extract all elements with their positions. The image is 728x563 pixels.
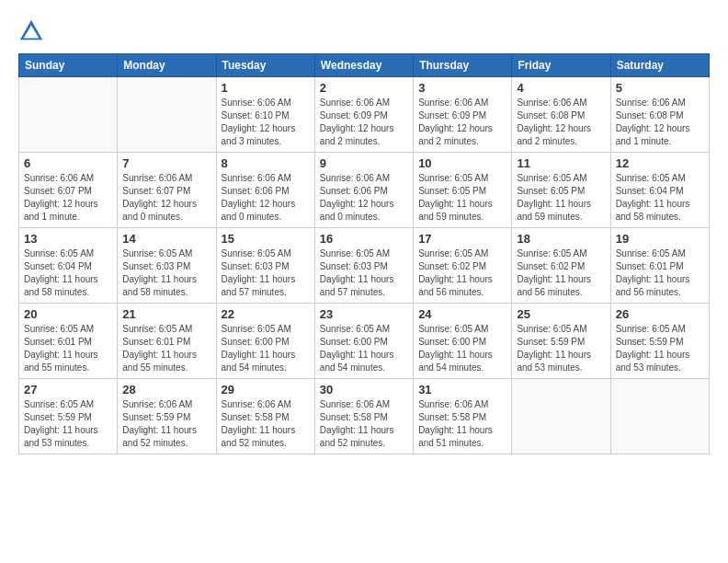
day-info: Sunrise: 6:05 AMSunset: 5:59 PMDaylight:… xyxy=(24,398,112,450)
day-info: Sunrise: 6:06 AMSunset: 6:08 PMDaylight:… xyxy=(517,97,605,148)
calendar-header-monday: Monday xyxy=(118,54,216,77)
day-info: Sunrise: 6:06 AMSunset: 6:09 PMDaylight:… xyxy=(320,97,408,148)
calendar-cell: 1Sunrise: 6:06 AMSunset: 6:10 PMDaylight… xyxy=(216,77,314,153)
calendar-header-tuesday: Tuesday xyxy=(216,54,314,77)
calendar-cell: 23Sunrise: 6:05 AMSunset: 6:00 PMDayligh… xyxy=(314,304,413,379)
calendar-cell: 21Sunrise: 6:05 AMSunset: 6:01 PMDayligh… xyxy=(118,304,216,379)
calendar-cell: 6Sunrise: 6:06 AMSunset: 6:07 PMDaylight… xyxy=(19,153,118,228)
calendar-cell: 5Sunrise: 6:06 AMSunset: 6:08 PMDaylight… xyxy=(610,77,709,153)
day-info: Sunrise: 6:05 AMSunset: 6:01 PMDaylight:… xyxy=(616,247,704,299)
calendar-cell: 10Sunrise: 6:05 AMSunset: 6:05 PMDayligh… xyxy=(414,153,512,228)
day-number: 11 xyxy=(517,156,605,170)
day-info: Sunrise: 6:05 AMSunset: 6:03 PMDaylight:… xyxy=(122,247,210,299)
day-number: 22 xyxy=(222,307,310,321)
logo-icon xyxy=(18,18,44,44)
day-number: 6 xyxy=(24,156,112,170)
page-header xyxy=(18,18,710,44)
day-info: Sunrise: 6:05 AMSunset: 6:03 PMDaylight:… xyxy=(222,247,310,299)
day-number: 16 xyxy=(320,232,408,246)
calendar-cell xyxy=(512,379,610,454)
day-info: Sunrise: 6:06 AMSunset: 6:07 PMDaylight:… xyxy=(24,172,112,224)
calendar-cell: 11Sunrise: 6:05 AMSunset: 6:05 PMDayligh… xyxy=(512,153,610,228)
logo xyxy=(18,18,48,44)
calendar-cell xyxy=(610,379,709,454)
calendar-header-sunday: Sunday xyxy=(19,54,118,77)
day-info: Sunrise: 6:05 AMSunset: 6:01 PMDaylight:… xyxy=(122,323,210,374)
calendar-cell: 3Sunrise: 6:06 AMSunset: 6:09 PMDaylight… xyxy=(414,77,512,153)
day-number: 20 xyxy=(24,307,112,321)
day-info: Sunrise: 6:05 AMSunset: 6:04 PMDaylight:… xyxy=(616,172,704,224)
day-number: 18 xyxy=(517,232,605,246)
day-number: 3 xyxy=(418,81,506,95)
calendar-cell: 17Sunrise: 6:05 AMSunset: 6:02 PMDayligh… xyxy=(414,228,512,304)
day-info: Sunrise: 6:05 AMSunset: 6:05 PMDaylight:… xyxy=(517,172,605,224)
day-number: 24 xyxy=(418,307,506,321)
day-info: Sunrise: 6:06 AMSunset: 5:58 PMDaylight:… xyxy=(222,398,310,450)
day-info: Sunrise: 6:06 AMSunset: 5:58 PMDaylight:… xyxy=(320,398,408,450)
calendar-cell: 4Sunrise: 6:06 AMSunset: 6:08 PMDaylight… xyxy=(512,77,610,153)
calendar-header-wednesday: Wednesday xyxy=(314,54,413,77)
calendar-cell: 30Sunrise: 6:06 AMSunset: 5:58 PMDayligh… xyxy=(314,379,413,454)
day-info: Sunrise: 6:06 AMSunset: 6:10 PMDaylight:… xyxy=(222,97,310,148)
day-number: 5 xyxy=(616,81,704,95)
day-info: Sunrise: 6:05 AMSunset: 5:59 PMDaylight:… xyxy=(517,323,605,374)
day-info: Sunrise: 6:05 AMSunset: 6:02 PMDaylight:… xyxy=(418,247,506,299)
calendar-cell: 31Sunrise: 6:06 AMSunset: 5:58 PMDayligh… xyxy=(414,379,512,454)
day-info: Sunrise: 6:06 AMSunset: 5:59 PMDaylight:… xyxy=(122,398,210,450)
calendar-cell: 19Sunrise: 6:05 AMSunset: 6:01 PMDayligh… xyxy=(610,228,709,304)
calendar-week-row: 1Sunrise: 6:06 AMSunset: 6:10 PMDaylight… xyxy=(19,77,710,153)
day-info: Sunrise: 6:05 AMSunset: 5:59 PMDaylight:… xyxy=(616,323,704,374)
day-info: Sunrise: 6:05 AMSunset: 6:00 PMDaylight:… xyxy=(418,323,506,374)
day-info: Sunrise: 6:05 AMSunset: 6:03 PMDaylight:… xyxy=(320,247,408,299)
day-number: 9 xyxy=(320,156,408,170)
day-number: 2 xyxy=(320,81,408,95)
calendar-header-friday: Friday xyxy=(512,54,610,77)
day-number: 7 xyxy=(122,156,210,170)
calendar-week-row: 27Sunrise: 6:05 AMSunset: 5:59 PMDayligh… xyxy=(19,379,710,454)
day-number: 14 xyxy=(122,232,210,246)
calendar-cell: 12Sunrise: 6:05 AMSunset: 6:04 PMDayligh… xyxy=(610,153,709,228)
day-info: Sunrise: 6:05 AMSunset: 6:04 PMDaylight:… xyxy=(24,247,112,299)
day-number: 12 xyxy=(616,156,704,170)
day-number: 13 xyxy=(24,232,112,246)
day-number: 21 xyxy=(122,307,210,321)
day-number: 26 xyxy=(616,307,704,321)
calendar-cell: 18Sunrise: 6:05 AMSunset: 6:02 PMDayligh… xyxy=(512,228,610,304)
calendar-cell xyxy=(19,77,118,153)
calendar-cell: 2Sunrise: 6:06 AMSunset: 6:09 PMDaylight… xyxy=(314,77,413,153)
calendar-cell: 8Sunrise: 6:06 AMSunset: 6:06 PMDaylight… xyxy=(216,153,314,228)
day-number: 10 xyxy=(418,156,506,170)
calendar-cell: 28Sunrise: 6:06 AMSunset: 5:59 PMDayligh… xyxy=(118,379,216,454)
calendar-table: SundayMondayTuesdayWednesdayThursdayFrid… xyxy=(18,53,710,454)
day-number: 19 xyxy=(616,232,704,246)
calendar-cell: 24Sunrise: 6:05 AMSunset: 6:00 PMDayligh… xyxy=(414,304,512,379)
calendar-cell: 9Sunrise: 6:06 AMSunset: 6:06 PMDaylight… xyxy=(314,153,413,228)
day-info: Sunrise: 6:06 AMSunset: 5:58 PMDaylight:… xyxy=(418,398,506,450)
day-number: 29 xyxy=(222,383,310,396)
day-number: 30 xyxy=(320,383,408,396)
day-info: Sunrise: 6:05 AMSunset: 6:02 PMDaylight:… xyxy=(517,247,605,299)
calendar-cell: 13Sunrise: 6:05 AMSunset: 6:04 PMDayligh… xyxy=(19,228,118,304)
calendar-cell: 26Sunrise: 6:05 AMSunset: 5:59 PMDayligh… xyxy=(610,304,709,379)
calendar-cell: 27Sunrise: 6:05 AMSunset: 5:59 PMDayligh… xyxy=(19,379,118,454)
day-info: Sunrise: 6:06 AMSunset: 6:06 PMDaylight:… xyxy=(222,172,310,224)
day-number: 25 xyxy=(517,307,605,321)
day-number: 1 xyxy=(222,81,310,95)
day-number: 27 xyxy=(24,383,112,396)
day-number: 17 xyxy=(418,232,506,246)
day-number: 8 xyxy=(222,156,310,170)
day-info: Sunrise: 6:05 AMSunset: 6:00 PMDaylight:… xyxy=(320,323,408,374)
day-info: Sunrise: 6:05 AMSunset: 6:05 PMDaylight:… xyxy=(418,172,506,224)
day-info: Sunrise: 6:05 AMSunset: 6:00 PMDaylight:… xyxy=(222,323,310,374)
calendar-header-row: SundayMondayTuesdayWednesdayThursdayFrid… xyxy=(19,54,710,77)
day-number: 15 xyxy=(222,232,310,246)
day-number: 31 xyxy=(418,383,506,396)
calendar-cell: 16Sunrise: 6:05 AMSunset: 6:03 PMDayligh… xyxy=(314,228,413,304)
day-info: Sunrise: 6:06 AMSunset: 6:07 PMDaylight:… xyxy=(122,172,210,224)
calendar-cell: 20Sunrise: 6:05 AMSunset: 6:01 PMDayligh… xyxy=(19,304,118,379)
day-info: Sunrise: 6:06 AMSunset: 6:08 PMDaylight:… xyxy=(616,97,704,148)
calendar-cell: 14Sunrise: 6:05 AMSunset: 6:03 PMDayligh… xyxy=(118,228,216,304)
day-info: Sunrise: 6:06 AMSunset: 6:09 PMDaylight:… xyxy=(418,97,506,148)
day-info: Sunrise: 6:05 AMSunset: 6:01 PMDaylight:… xyxy=(24,323,112,374)
day-number: 4 xyxy=(517,81,605,95)
